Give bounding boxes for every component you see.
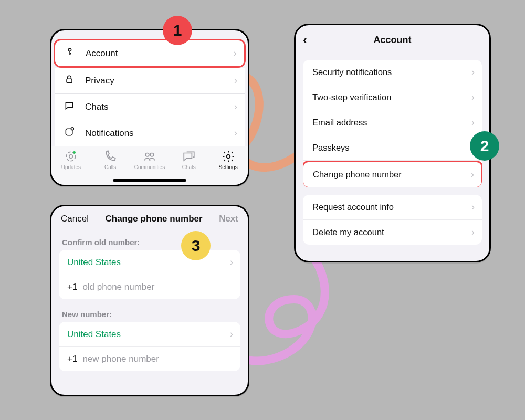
settings-row-label: Privacy xyxy=(85,76,234,86)
svg-rect-1 xyxy=(67,79,72,83)
home-indicator xyxy=(113,179,186,182)
svg-point-7 xyxy=(145,153,149,157)
settings-screen: Account › Privacy › Chats › xyxy=(50,29,249,186)
nav-bar: ‹ Account xyxy=(296,25,489,55)
tab-label: Updates xyxy=(61,164,81,170)
country-name: United States xyxy=(67,257,121,268)
cancel-button[interactable]: Cancel xyxy=(61,214,89,224)
new-phone-input-row[interactable]: +1 new phone number xyxy=(59,347,240,371)
account-screen: ‹ Account Security notifications› Two-st… xyxy=(294,24,491,262)
dial-code: +1 xyxy=(67,282,77,292)
app-badge-icon xyxy=(64,127,76,140)
svg-point-0 xyxy=(68,48,71,51)
svg-point-8 xyxy=(150,153,154,157)
chevron-right-icon: › xyxy=(230,329,233,340)
row-label: Passkeys xyxy=(312,143,350,153)
account-row-passkeys[interactable]: Passkeys› xyxy=(303,135,482,161)
svg-point-3 xyxy=(71,128,74,130)
old-phone-input-row[interactable]: +1 old phone number xyxy=(59,275,240,299)
account-row-security-notifications[interactable]: Security notifications› xyxy=(303,60,482,85)
lock-icon xyxy=(64,74,76,87)
tab-label: Chats xyxy=(182,164,196,170)
chevron-right-icon: › xyxy=(471,227,475,238)
row-label: Request account info xyxy=(312,202,394,212)
settings-row-label: Chats xyxy=(85,102,234,112)
account-row-two-step[interactable]: Two-step verification› xyxy=(303,85,482,110)
nav-title: Change phone number xyxy=(105,214,202,224)
tab-bar: Updates Calls Communities Chats Settings xyxy=(51,146,248,185)
new-country-picker[interactable]: United States › xyxy=(59,322,240,347)
chat-bubble-icon xyxy=(64,100,76,113)
chevron-right-icon: › xyxy=(471,92,475,103)
step-badge-2: 2 xyxy=(470,131,499,161)
old-country-picker[interactable]: United States › xyxy=(59,250,240,275)
tab-label: Settings xyxy=(219,164,238,170)
chevron-right-icon: › xyxy=(471,117,475,128)
chevron-right-icon: › xyxy=(234,75,237,86)
chevron-right-icon: › xyxy=(234,101,237,112)
svg-point-9 xyxy=(226,155,230,159)
row-label: Change phone number xyxy=(313,170,402,180)
tab-label: Communities xyxy=(134,164,165,170)
row-label: Delete my account xyxy=(312,227,384,237)
chevron-right-icon: › xyxy=(230,257,233,268)
account-row-delete-account[interactable]: Delete my account› xyxy=(303,220,482,245)
settings-row-notifications[interactable]: Notifications › xyxy=(55,120,245,146)
old-number-label: Confirm old number: xyxy=(51,232,248,250)
new-number-label: New number: xyxy=(51,303,248,322)
tab-calls[interactable]: Calls xyxy=(93,150,128,170)
settings-row-privacy[interactable]: Privacy › xyxy=(55,68,245,94)
chevron-right-icon: › xyxy=(234,48,237,59)
step-badge-3: 3 xyxy=(181,231,211,260)
account-row-email-address[interactable]: Email address› xyxy=(303,110,482,135)
settings-row-chats[interactable]: Chats › xyxy=(55,94,245,120)
row-label: Email address xyxy=(312,118,368,128)
svg-point-5 xyxy=(69,155,73,159)
tab-communities[interactable]: Communities xyxy=(132,150,167,170)
old-phone-input[interactable]: old phone number xyxy=(82,282,233,292)
settings-row-label: Account xyxy=(86,48,234,59)
account-row-change-phone-number[interactable]: Change phone number› xyxy=(303,161,482,187)
account-row-request-info[interactable]: Request account info› xyxy=(303,195,482,220)
row-label: Two-step verification xyxy=(312,92,391,102)
new-phone-input[interactable]: new phone number xyxy=(82,354,233,364)
tab-updates[interactable]: Updates xyxy=(54,150,88,170)
step-badge-1: 1 xyxy=(163,16,192,45)
change-number-screen: Cancel Change phone number Next Confirm … xyxy=(50,205,249,396)
chevron-right-icon: › xyxy=(471,169,474,180)
row-label: Security notifications xyxy=(312,67,392,77)
back-button[interactable]: ‹ xyxy=(303,34,307,46)
settings-row-account[interactable]: Account › xyxy=(54,39,246,68)
nav-title: Account xyxy=(374,35,412,46)
next-button[interactable]: Next xyxy=(219,214,238,224)
chevron-right-icon: › xyxy=(471,67,475,78)
nav-bar: Cancel Change phone number Next xyxy=(51,206,248,232)
country-name: United States xyxy=(67,329,121,340)
key-icon xyxy=(65,47,76,60)
chevron-right-icon: › xyxy=(471,202,475,213)
tab-label: Calls xyxy=(104,164,116,170)
chevron-right-icon: › xyxy=(234,128,237,139)
tab-settings[interactable]: Settings xyxy=(211,150,246,170)
settings-row-label: Notifications xyxy=(85,128,234,139)
svg-point-6 xyxy=(74,151,76,154)
tab-chats[interactable]: Chats xyxy=(172,150,206,170)
dial-code: +1 xyxy=(67,354,77,364)
